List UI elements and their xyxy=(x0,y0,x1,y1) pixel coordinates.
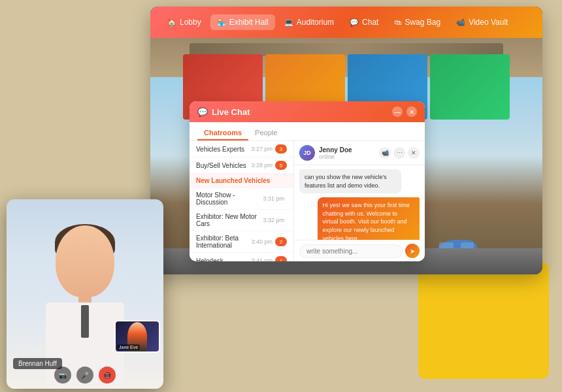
chatroom-item-vehicles-experts[interactable]: Vehicles Experts 3:27 pm 3 xyxy=(190,141,293,157)
chatroom-item-buy-sell[interactable]: Buy/Sell Vehicles 3:28 pm 5 xyxy=(190,157,293,174)
chatroom-time: 3:27 pm xyxy=(251,146,273,152)
chatroom-item-motor-show[interactable]: Motor Show - Discussion 3:31 pm xyxy=(190,188,293,210)
pip-video: Jane Eve xyxy=(114,320,160,353)
person-head xyxy=(56,225,114,297)
chatroom-badge: 1 xyxy=(275,256,287,261)
chatroom-name: Vehicles Experts xyxy=(196,146,251,153)
pip-label: Jane Eve xyxy=(117,344,140,350)
chatroom-name: Buy/Sell Vehicles xyxy=(196,162,251,169)
video-call-window: Jane Eve Brennan Huff 📷 🎤 📵 xyxy=(7,199,163,389)
nav-item-video-vault[interactable]: 📹 Video Vault xyxy=(450,14,514,30)
more-options-icon[interactable]: ⋯ xyxy=(393,147,405,159)
camera-button[interactable]: 📷 xyxy=(54,367,71,384)
chat-header: 💬 Live Chat — ✕ xyxy=(190,101,425,122)
chat-header-controls: — ✕ xyxy=(392,106,417,117)
messages-scroll: can you show the new vehicle's features … xyxy=(294,165,425,240)
video-call-icon[interactable]: 📹 xyxy=(379,147,391,159)
message-status: online xyxy=(319,154,375,160)
chat-tabs: Chatrooms People xyxy=(190,122,425,141)
video-main: Jane Eve Brennan Huff 📷 🎤 📵 xyxy=(7,199,163,389)
message-sent-1: Hi yes! we saw this your first time chat… xyxy=(318,197,420,240)
message-header-icons: 📹 ⋯ ✕ xyxy=(379,147,420,159)
close-chat-icon[interactable]: ✕ xyxy=(408,147,420,159)
home-icon: 🏠 xyxy=(167,18,176,27)
send-button[interactable]: ➤ xyxy=(405,244,420,258)
nav-item-auditorium[interactable]: 💻 Auditorium xyxy=(278,14,340,30)
chatroom-name: Exhibitor: New Motor Cars xyxy=(196,213,263,227)
chatroom-time: 3:41 pm xyxy=(251,257,273,261)
messages-area: JD Jenny Doe online 📹 ⋯ ✕ can you show t… xyxy=(294,141,425,261)
message-username: Jenny Doe xyxy=(319,146,375,154)
nav-item-chat[interactable]: 💬 Chat xyxy=(343,14,385,30)
chatroom-name-highlighted: New Launched Vehicles xyxy=(196,177,287,184)
chatroom-item-helpdesk[interactable]: Helpdesk 3:41 pm 1 xyxy=(190,253,293,261)
chat-bubble-icon: 💬 xyxy=(197,107,208,117)
mic-button[interactable]: 🎤 xyxy=(76,367,93,384)
chatroom-time: 3:40 pm xyxy=(251,238,273,245)
message-received-1: can you show the new vehicle's features … xyxy=(299,169,401,193)
chatroom-time: 3:31 pm xyxy=(263,195,284,202)
nav-bar: 🏠 Lobby 🏪 Exhibit Hall 💻 Auditorium 💬 Ch… xyxy=(150,7,542,38)
chatroom-time: 3:32 pm xyxy=(263,217,284,223)
chatroom-item-new-motor-cars[interactable]: Exhibitor: New Motor Cars 3:32 pm xyxy=(190,210,293,231)
chat-minimize-button[interactable]: — xyxy=(392,106,403,117)
auditorium-icon: 💻 xyxy=(284,18,293,27)
chat-title: 💬 Live Chat xyxy=(197,107,250,117)
chatroom-badge: 3 xyxy=(275,144,287,154)
message-input[interactable] xyxy=(299,244,403,258)
chatrooms-list: Vehicles Experts 3:27 pm 3 Buy/Sell Vehi… xyxy=(190,141,294,261)
pip-background: Jane Eve xyxy=(116,321,159,351)
avatar: JD xyxy=(299,145,315,161)
tab-people[interactable]: People xyxy=(248,126,284,140)
video-controls: 📷 🎤 📵 xyxy=(54,367,116,384)
nav-item-swag-bag[interactable]: 🛍 Swag Bag xyxy=(388,14,447,30)
chatroom-name: Motor Show - Discussion xyxy=(196,191,263,206)
person-tie xyxy=(81,305,89,338)
message-header: JD Jenny Doe online 📹 ⋯ ✕ xyxy=(294,141,425,165)
live-chat-panel: 💬 Live Chat — ✕ Chatrooms People Vehicle… xyxy=(190,101,425,261)
chatroom-item-new-launched[interactable]: New Launched Vehicles xyxy=(190,174,293,188)
display-screen-4 xyxy=(430,54,510,120)
message-user-info: Jenny Doe online xyxy=(319,146,375,160)
nav-item-lobby[interactable]: 🏠 Lobby xyxy=(161,14,208,30)
message-input-area: ➤ xyxy=(294,240,425,261)
chatroom-time: 3:28 pm xyxy=(251,162,273,169)
tab-chatrooms[interactable]: Chatrooms xyxy=(197,126,248,140)
chatroom-name: Exhibitor: Beta International xyxy=(196,235,251,249)
video-vault-icon: 📹 xyxy=(456,18,465,27)
swag-icon: 🛍 xyxy=(394,18,401,26)
yellow-accent xyxy=(418,261,549,379)
nav-item-exhibit-hall[interactable]: 🏪 Exhibit Hall xyxy=(210,14,275,30)
chatroom-name: Helpdesk xyxy=(196,257,251,262)
exhibit-icon: 🏪 xyxy=(217,18,226,27)
chatroom-badge: 5 xyxy=(275,161,287,170)
chat-close-button[interactable]: ✕ xyxy=(406,106,417,117)
end-call-button[interactable]: 📵 xyxy=(99,367,116,384)
chat-icon: 💬 xyxy=(350,18,359,27)
chat-body: Vehicles Experts 3:27 pm 3 Buy/Sell Vehi… xyxy=(190,141,425,261)
chatroom-item-beta-intl[interactable]: Exhibitor: Beta International 3:40 pm 2 xyxy=(190,231,293,253)
chatroom-badge: 2 xyxy=(275,237,287,246)
